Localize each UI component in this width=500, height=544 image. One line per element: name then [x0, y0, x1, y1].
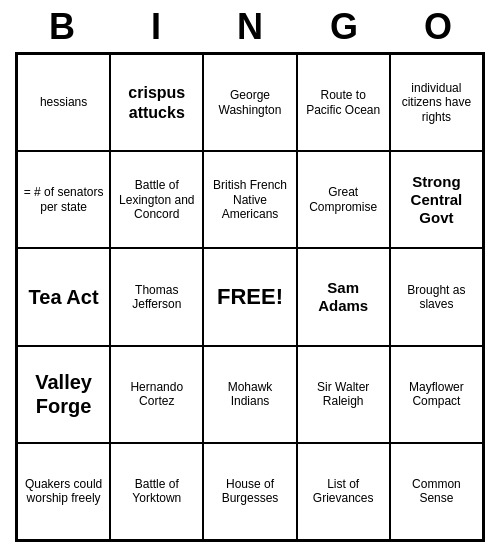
bingo-cell-6: Battle of Lexington and Concord: [110, 151, 203, 248]
bingo-cell-8: Great Compromise: [297, 151, 390, 248]
bingo-header: BINGO: [15, 0, 485, 52]
bingo-cell-2: George Washington: [203, 54, 296, 151]
bingo-cell-3: Route to Pacific Ocean: [297, 54, 390, 151]
bingo-cell-17: Mohawk Indians: [203, 346, 296, 443]
bingo-cell-7: British French Native Americans: [203, 151, 296, 248]
bingo-cell-22: House of Burgesses: [203, 443, 296, 540]
bingo-cell-0: hessians: [17, 54, 110, 151]
bingo-cell-11: Thomas Jefferson: [110, 248, 203, 345]
bingo-cell-20: Quakers could worship freely: [17, 443, 110, 540]
bingo-cell-19: Mayflower Compact: [390, 346, 483, 443]
bingo-cell-5: = # of senators per state: [17, 151, 110, 248]
bingo-letter-B: B: [19, 6, 105, 48]
bingo-letter-N: N: [207, 6, 293, 48]
bingo-cell-23: List of Grievances: [297, 443, 390, 540]
bingo-cell-10: Tea Act: [17, 248, 110, 345]
bingo-cell-21: Battle of Yorktown: [110, 443, 203, 540]
bingo-cell-16: Hernando Cortez: [110, 346, 203, 443]
bingo-letter-I: I: [113, 6, 199, 48]
bingo-cell-9: Strong Central Govt: [390, 151, 483, 248]
bingo-cell-14: Brought as slaves: [390, 248, 483, 345]
bingo-cell-18: Sir Walter Raleigh: [297, 346, 390, 443]
bingo-letter-G: G: [301, 6, 387, 48]
bingo-cell-4: individual citizens have rights: [390, 54, 483, 151]
bingo-cell-24: Common Sense: [390, 443, 483, 540]
bingo-cell-15: Valley Forge: [17, 346, 110, 443]
bingo-grid: hessianscrispus attucksGeorge Washington…: [15, 52, 485, 542]
bingo-cell-13: Sam Adams: [297, 248, 390, 345]
bingo-cell-1: crispus attucks: [110, 54, 203, 151]
bingo-letter-O: O: [395, 6, 481, 48]
bingo-cell-12: FREE!: [203, 248, 296, 345]
